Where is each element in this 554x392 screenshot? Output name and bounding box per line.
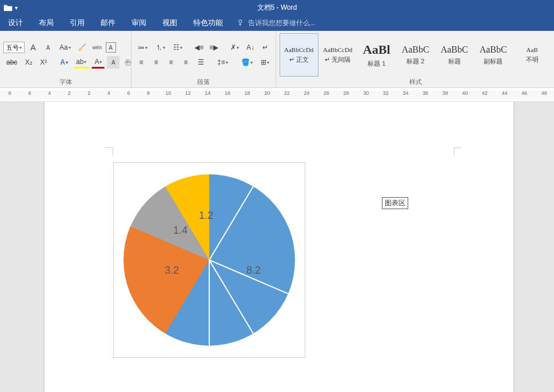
ruler-tick: 6 xyxy=(28,90,31,96)
tab-layout[interactable]: 布局 xyxy=(31,15,62,31)
svg-point-0 xyxy=(239,20,242,23)
text-effects-button[interactable]: A▾ xyxy=(57,56,71,69)
ruler-tick: 28 xyxy=(344,90,349,96)
ruler-tick: 34 xyxy=(402,90,408,96)
style-item-3[interactable]: AaBbC标题 2 xyxy=(396,33,435,77)
ruler-tick: 2 xyxy=(87,90,90,96)
styles-group: AaBbCcDd↵ 正文AaBbCcDd↵ 无间隔AaBl标题 1AaBbC标题… xyxy=(276,31,554,87)
numbering-button[interactable]: ⒈▾ xyxy=(153,41,168,54)
tell-me-placeholder: 告诉我您想要做什么... xyxy=(248,18,316,28)
pie-slice-label-3: 1.2 xyxy=(199,210,213,222)
chart-area-tooltip: 图表区 xyxy=(382,197,408,209)
margin-corner-tr xyxy=(454,147,462,155)
margin-corner-tl xyxy=(105,147,113,155)
shading-button[interactable]: 🪣▾ xyxy=(238,56,256,69)
distribute-button[interactable]: ☰ xyxy=(194,56,207,69)
shrink-font-button[interactable]: A xyxy=(42,41,54,54)
decrease-indent-button[interactable]: ◀≡ xyxy=(193,41,205,54)
ruler-tick: 30 xyxy=(363,90,369,96)
superscript-button[interactable]: X² xyxy=(37,56,50,69)
align-left-button[interactable]: ≡ xyxy=(135,56,148,69)
char-shading-button[interactable]: A xyxy=(107,56,119,69)
style-item-0[interactable]: AaBbCcDd↵ 正文 xyxy=(280,33,318,77)
paragraph-group: ≔▾ ⒈▾ ☷▾ ◀≡ ≡▶ ✗▾ A↓ ↵ ≡ ≡ ≡ ≡ ☰ xyxy=(131,31,276,87)
ruler-tick: 8 xyxy=(147,90,150,96)
change-case-button[interactable]: Aa▾ xyxy=(57,41,74,54)
ribbon-tabs: 设计 布局 引用 邮件 审阅 视图 特色功能 告诉我您想要做什么... xyxy=(0,15,554,31)
ruler-tick: 24 xyxy=(304,90,309,96)
borders-button[interactable]: ⊞▾ xyxy=(258,56,272,69)
ruler-tick: 44 xyxy=(501,90,507,96)
ruler-tick: 48 xyxy=(541,90,547,96)
ruler-tick: 38 xyxy=(443,90,448,96)
line-spacing-button[interactable]: ‡≡▾ xyxy=(214,56,231,69)
chevron-down-icon: ▾ xyxy=(15,5,18,11)
grow-font-button[interactable]: A xyxy=(27,41,39,54)
ruler-tick: 18 xyxy=(245,90,250,96)
justify-button[interactable]: ≡ xyxy=(180,56,192,69)
char-border-button[interactable]: A xyxy=(106,42,116,53)
phonetic-button[interactable]: wén xyxy=(91,41,103,54)
tab-view[interactable]: 视图 xyxy=(154,15,185,31)
align-right-button[interactable]: ≡ xyxy=(165,56,177,69)
style-item-1[interactable]: AaBbCcDd↵ 无间隔 xyxy=(318,33,357,77)
increase-indent-button[interactable]: ≡▶ xyxy=(208,41,220,54)
pie-chart[interactable] xyxy=(123,174,295,346)
style-item-2[interactable]: AaBl标题 1 xyxy=(357,33,396,77)
show-marks-button[interactable]: ↵ xyxy=(259,41,272,54)
ruler-tick: 14 xyxy=(205,90,210,96)
highlight-button[interactable]: ab▾ xyxy=(73,56,89,69)
page: 8.23.21.41.2 图表区 xyxy=(45,102,513,392)
align-center-button[interactable]: ≡ xyxy=(150,56,162,69)
chart-object[interactable]: 8.23.21.41.2 xyxy=(113,162,305,358)
file-menu-icon[interactable]: ▾ xyxy=(3,3,18,11)
strikethrough-button[interactable]: abc xyxy=(3,56,20,69)
ruler-tick: 16 xyxy=(225,90,230,96)
title-bar: ▾ 文档5 - Word xyxy=(0,0,554,15)
ruler-tick: 42 xyxy=(482,90,488,96)
ruler-tick: 10 xyxy=(165,90,171,96)
text-direction-button[interactable]: ✗▾ xyxy=(228,41,242,54)
tab-review[interactable]: 审阅 xyxy=(123,15,154,31)
multilevel-button[interactable]: ☷▾ xyxy=(170,41,185,54)
paragraph-group-label: 段落 xyxy=(135,77,272,86)
ruler-tick: 8 xyxy=(9,90,11,96)
clear-format-button[interactable]: 🧹 xyxy=(76,41,89,54)
font-size-selector[interactable]: 五号▾ xyxy=(3,42,25,53)
bullets-button[interactable]: ≔▾ xyxy=(135,41,150,54)
ribbon: 五号▾ A A Aa▾ 🧹 wén A abc X₂ X² A▾ ab▾ A▾ xyxy=(0,31,554,88)
ruler-tick: 20 xyxy=(264,90,270,96)
horizontal-ruler[interactable]: 8642246810121416182022242628303234363840… xyxy=(0,88,554,102)
tab-mailings[interactable]: 邮件 xyxy=(93,15,123,31)
tab-design[interactable]: 设计 xyxy=(0,15,31,31)
font-color-button[interactable]: A▾ xyxy=(91,56,105,69)
window-title: 文档5 - Word xyxy=(257,3,297,13)
ruler-tick: 40 xyxy=(462,90,468,96)
font-group: 五号▾ A A Aa▾ 🧹 wén A abc X₂ X² A▾ ab▾ A▾ xyxy=(0,31,131,87)
ruler-tick: 36 xyxy=(423,90,428,96)
style-item-5[interactable]: AaBbC副标题 xyxy=(474,33,513,77)
subscript-button[interactable]: X₂ xyxy=(22,56,35,69)
ruler-tick: 4 xyxy=(107,90,110,96)
tell-me-search[interactable]: 告诉我您想要做什么... xyxy=(237,18,316,28)
document-area[interactable]: 8.23.21.41.2 图表区 xyxy=(0,102,554,392)
pie-slice-label-0: 8.2 xyxy=(246,265,261,277)
ruler-tick: 46 xyxy=(521,90,527,96)
pie-slice-label-2: 1.4 xyxy=(173,225,188,237)
sort-button[interactable]: A↓ xyxy=(244,41,257,54)
ruler-tick: 12 xyxy=(185,90,191,96)
ruler-tick: 2 xyxy=(68,90,71,96)
tab-special[interactable]: 特色功能 xyxy=(185,15,231,31)
styles-group-label: 样式 xyxy=(280,77,552,86)
ruler-tick: 6 xyxy=(127,90,130,96)
style-item-4[interactable]: AaBbC标题 xyxy=(435,33,474,77)
ruler-tick: 4 xyxy=(48,90,51,96)
ruler-tick: 32 xyxy=(383,90,389,96)
style-item-6[interactable]: AaB不明 xyxy=(513,33,552,77)
font-group-label: 字体 xyxy=(3,77,127,86)
ruler-tick: 26 xyxy=(324,90,329,96)
pie-slice-label-1: 3.2 xyxy=(165,265,179,277)
tab-references[interactable]: 引用 xyxy=(62,15,93,31)
ruler-tick: 22 xyxy=(284,90,290,96)
